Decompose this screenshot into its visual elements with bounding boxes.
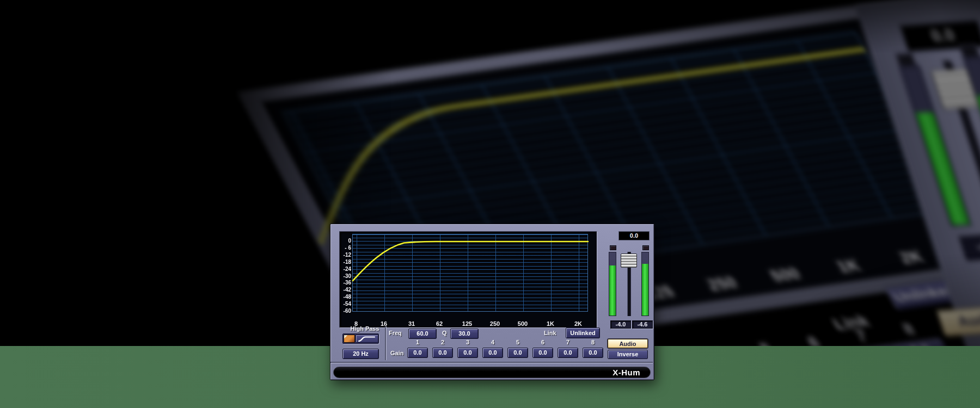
meter-right — [641, 252, 649, 316]
x-axis-label: 2K — [570, 320, 586, 327]
x-axis-label: 1K — [542, 320, 559, 327]
harmonic-number: 1 — [409, 339, 426, 346]
meter-right-fill — [642, 264, 648, 316]
high-pass-button-group — [342, 333, 379, 344]
harmonic-number: 8 — [585, 339, 601, 346]
harmonic-gain-value[interactable]: 0.0 — [482, 348, 503, 358]
bottom-groove — [330, 362, 653, 363]
y-axis-label: -60 — [340, 308, 351, 314]
harmonic-number: 5 — [510, 339, 526, 346]
harmonic-gain-value[interactable]: 0.0 — [558, 348, 578, 358]
freq-label: Freq — [389, 330, 407, 337]
meter-left-readout: -4.0 — [610, 320, 631, 329]
link-label: Link — [544, 330, 560, 337]
fader-value-display: 0.0 — [618, 231, 650, 240]
xhum-plugin-window: 0- 6-12-18-24-30-36-42-48-54-60 81631621… — [330, 224, 654, 380]
y-axis-label: -42 — [340, 287, 351, 293]
high-pass-enable-icon[interactable] — [344, 335, 355, 343]
harmonic-number: 7 — [560, 339, 576, 346]
harmonic-number: 4 — [485, 339, 501, 346]
x-axis-label: 250 — [487, 320, 503, 327]
high-pass-curve-icon[interactable] — [356, 335, 378, 343]
y-axis-label: - 6 — [340, 245, 351, 251]
inverse-button[interactable]: Inverse — [608, 350, 648, 359]
freq-value[interactable]: 60.0 — [408, 329, 437, 339]
q-label: Q — [442, 330, 450, 337]
meter-left-fill — [609, 265, 616, 316]
clip-led-right[interactable] — [642, 245, 649, 250]
link-value-button[interactable]: Unlinked — [566, 327, 600, 338]
harmonic-number: 6 — [535, 339, 551, 346]
fader-handle[interactable] — [621, 254, 637, 268]
x-axis-label: 31 — [403, 320, 420, 327]
y-axis-label: -54 — [340, 301, 351, 307]
x-axis-label: 500 — [514, 320, 531, 327]
x-axis-label: 125 — [459, 320, 475, 327]
harmonic-gain-value[interactable]: 0.0 — [407, 348, 428, 358]
screen: 81631621252505001K2K Link Unlinked 40.05… — [0, 0, 980, 408]
high-pass-freq-button[interactable]: 20 Hz — [342, 349, 379, 359]
harmonic-number: 3 — [460, 339, 476, 346]
y-axis-label: -18 — [340, 259, 351, 265]
background-harmonic-number: 8 — [887, 318, 929, 340]
y-axis-label: -30 — [340, 273, 351, 280]
harmonic-gain-value[interactable]: 0.0 — [583, 348, 603, 358]
y-axis-label: -36 — [340, 280, 351, 286]
gain-label: Gain — [390, 350, 408, 357]
meter-right-readout: -4.6 — [632, 320, 653, 329]
y-axis-label: 0 — [340, 238, 351, 244]
section-divider — [385, 326, 386, 360]
x-axis-label: 62 — [431, 320, 448, 327]
highpass-curve — [353, 234, 589, 312]
harmonic-number: 2 — [434, 339, 451, 346]
y-axis-label: -24 — [340, 266, 351, 273]
harmonic-gain-value[interactable]: 0.0 — [507, 348, 528, 358]
y-axis-label: -12 — [340, 252, 351, 258]
plugin-title-bar: X-Hum — [333, 367, 651, 378]
q-value[interactable]: 30.0 — [450, 329, 479, 339]
background-audio-button: Audio — [936, 305, 980, 337]
harmonic-gain-value[interactable]: 0.0 — [432, 348, 453, 358]
high-pass-label: High Pass — [348, 325, 382, 332]
harmonic-gain-value[interactable]: 0.0 — [532, 348, 553, 358]
meter-left — [609, 252, 616, 316]
eq-plot-area — [352, 234, 588, 312]
y-axis-label: -48 — [340, 294, 351, 300]
audio-button[interactable]: Audio — [608, 339, 648, 348]
harmonic-gain-value[interactable]: 0.0 — [457, 348, 478, 358]
eq-graph: 0- 6-12-18-24-30-36-42-48-54-60 81631621… — [339, 231, 597, 328]
clip-led-left[interactable] — [610, 245, 616, 250]
